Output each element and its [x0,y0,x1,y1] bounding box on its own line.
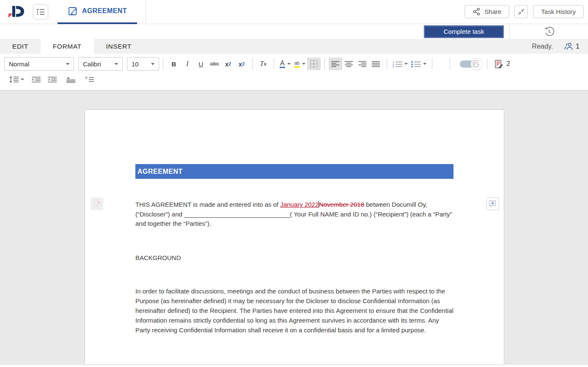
version-history-button[interactable] [542,25,556,38]
app-logo [0,4,33,19]
document-tab-label: AGREEMENT [82,7,127,15]
document-tab-agreement[interactable]: AGREEMENT [58,0,137,24]
divider [487,58,487,69]
clear-formatting-button[interactable]: Tx [256,58,270,70]
document-canvas[interactable]: AGREEMENT THIS AGREEMENT is made and ent… [0,90,588,365]
decrease-indent-button[interactable] [29,73,43,86]
align-center-button[interactable] [342,58,356,70]
online-users[interactable]: 1 [564,42,580,51]
bullet-list-button[interactable] [409,58,428,70]
borders-button[interactable] [307,58,321,70]
tracked-insertion[interactable]: January 2022 [280,201,319,208]
comment-plus-icon [489,200,497,208]
online-users-count: 1 [576,43,580,50]
align-right-button[interactable] [356,58,369,70]
divider [324,58,325,69]
highlight-icon: ab [294,60,300,68]
share-button-label: Share [484,8,501,15]
line-spacing-button[interactable] [8,73,26,86]
divider [387,58,387,69]
paragraph-spacing-button[interactable] [64,73,77,86]
font-family-select[interactable]: Calibri [78,57,123,71]
subscript-button[interactable]: x2 [235,58,248,70]
align-left-icon [331,61,339,67]
font-size-select[interactable]: 10 [127,57,159,71]
track-changes-toggle[interactable] [460,60,476,68]
tracked-deletion[interactable]: November 2018 [319,201,364,208]
align-justify-icon [372,61,380,67]
history-clock-icon [544,26,555,37]
svg-text:3: 3 [393,66,394,68]
divider [274,58,274,69]
highlight-color-button[interactable]: ab [292,58,307,70]
tab-format[interactable]: FORMAT [41,39,94,54]
chevron-down-icon [151,63,154,65]
tab-insert[interactable]: INSERT [94,39,144,54]
decrease-indent-icon [32,77,41,83]
track-changes-toggle-knob [470,58,483,70]
document-title-bar[interactable]: AGREEMENT [135,164,453,179]
format-toolbar: Normal Calibri 10 B I U abc x2 x2 Tx A a… [0,54,588,90]
first-line-indent-button[interactable] [82,73,96,86]
align-right-icon [358,61,366,67]
task-history-button[interactable]: Task History [533,5,584,18]
paragraph-intro-text: THIS AGREEMENT is made and entered into … [135,201,280,208]
line-spacing-icon [9,76,19,83]
collapse-arrows-icon [517,8,525,16]
task-list-button[interactable] [33,4,48,19]
divider [146,0,146,24]
increase-indent-button[interactable] [45,73,59,86]
collapse-panel-button[interactable] [514,5,528,18]
share-icon [473,8,481,16]
task-list-icon [36,8,45,16]
tracked-changes-icon [495,60,503,68]
bold-button[interactable]: B [167,58,181,70]
top-bar: AGREEMENT Share Task History [0,0,588,24]
align-justify-button[interactable] [369,58,383,70]
chevron-down-icon [404,63,408,65]
divider [252,58,253,69]
ribbon-tab-bar: EDIT FORMAT INSERT Ready. 1 [0,39,588,54]
chevron-down-icon [287,63,291,65]
document-page[interactable]: AGREEMENT THIS AGREEMENT is made and ent… [85,110,504,365]
italic-button[interactable]: I [181,58,194,70]
first-line-indent-icon [85,77,94,83]
chevron-down-icon [302,63,305,65]
chevron-down-icon [66,63,69,65]
tracked-changes-count: 2 [506,60,510,68]
tab-edit[interactable]: EDIT [0,39,41,54]
strikethrough-button[interactable]: abc [208,58,221,70]
tracked-document-icon [473,60,480,68]
heading-background[interactable]: BACKGROUND [135,253,455,263]
action-bar: Complete task [0,24,588,39]
divider [163,58,163,69]
paragraph-intro[interactable]: THIS AGREEMENT is made and entered into … [135,200,455,229]
superscript-button[interactable]: x2 [221,58,235,70]
paragraph-style-select[interactable]: Normal [4,57,74,71]
numbered-list-button[interactable]: 1 2 3 [391,58,409,70]
divider [432,58,432,69]
bullet-list-icon [411,60,421,68]
task-history-label: Task History [541,8,576,15]
align-left-button[interactable] [329,58,342,70]
paragraph-style-value: Normal [9,60,29,68]
toolbar-row-2 [4,72,584,87]
complete-task-button[interactable]: Complete task [424,26,503,38]
font-color-button[interactable]: A [278,58,292,70]
chevron-down-icon [423,63,426,65]
add-comment-button[interactable] [486,197,499,210]
bookmark-plus-icon [93,199,101,208]
share-button[interactable]: Share [464,5,509,18]
chevron-down-icon [115,63,118,65]
borders-grid-icon [310,60,318,68]
divider [450,58,450,69]
numbered-list-icon: 1 2 3 [393,60,402,68]
add-bookmark-button[interactable] [91,197,103,210]
paragraph-spacing-icon [66,76,75,83]
tracked-changes-button[interactable]: 2 [493,58,512,70]
status-text: Ready. [532,43,553,50]
underline-button[interactable]: U [194,58,208,70]
paragraph-background[interactable]: In order to facilitate discussions, meet… [135,286,455,335]
blank-fill-line[interactable]: ______________________________ [184,211,290,218]
increase-indent-icon [48,77,57,83]
